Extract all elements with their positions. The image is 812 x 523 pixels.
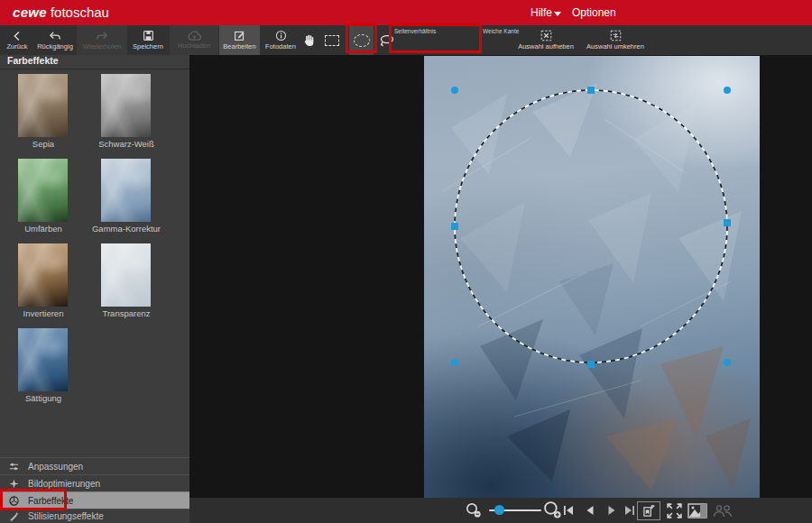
ellipse-selection[interactable] bbox=[424, 56, 760, 498]
selection-handle-bottom-center[interactable] bbox=[587, 361, 595, 368]
back-label: Zurück bbox=[7, 43, 28, 50]
info-icon bbox=[275, 30, 287, 41]
effect-label: Gamma-Korrektur bbox=[83, 224, 170, 234]
selection-handle-top-center[interactable] bbox=[587, 87, 595, 94]
effect-label: Transparenz bbox=[83, 308, 170, 318]
sidebar-farbeffekte-panel: Farbeffekte Sepia Schwarz-Weiß Umfärben … bbox=[0, 55, 189, 523]
toolbar: Zurück Rückgängig Wiederholen Speichern bbox=[0, 25, 812, 55]
compare-view-button[interactable] bbox=[687, 503, 707, 518]
upload-button[interactable]: Hochladen bbox=[170, 25, 218, 55]
fullscreen-button[interactable] bbox=[666, 502, 683, 519]
effect-label: Umfärben bbox=[0, 224, 87, 234]
help-menu[interactable]: Hilfe bbox=[531, 6, 552, 19]
selection-handle-top-right[interactable] bbox=[724, 87, 731, 94]
redo-icon bbox=[96, 31, 108, 41]
slideshow-button[interactable] bbox=[713, 505, 733, 517]
zoom-out-button[interactable] bbox=[466, 502, 482, 518]
effect-thumb-umfaerben[interactable] bbox=[18, 159, 68, 222]
options-menu[interactable]: Optionen bbox=[572, 6, 616, 19]
sliders-icon bbox=[8, 461, 19, 472]
app-window: cewefotoschau Hilfe Optionen Zurück Rück… bbox=[0, 0, 812, 523]
sidebar-item-farbeffekte[interactable]: Farbeffekte bbox=[0, 491, 189, 509]
before-after-icon bbox=[687, 503, 707, 518]
previous-photo-button[interactable] bbox=[585, 505, 595, 516]
edit-button[interactable]: Bearbeiten bbox=[219, 25, 260, 55]
zoom-in-icon bbox=[543, 500, 562, 519]
rect-select-tool-button[interactable] bbox=[321, 25, 343, 55]
photodata-label: Fotodaten bbox=[265, 43, 296, 50]
undo-button[interactable]: Rückgängig bbox=[34, 25, 76, 55]
effect-thumb-gamma-korrektur[interactable] bbox=[101, 159, 151, 222]
effect-label: Sättigung bbox=[0, 393, 87, 403]
hand-icon bbox=[303, 33, 316, 47]
sidebar-item-label: Anpassungen bbox=[28, 462, 83, 472]
last-photo-button[interactable] bbox=[624, 505, 635, 516]
save-icon bbox=[143, 30, 154, 41]
sparkle-icon bbox=[8, 478, 19, 489]
sidebar-item-label: Bildoptimierungen bbox=[28, 479, 100, 489]
invert-selection-label: Auswahl umkehren bbox=[586, 43, 644, 50]
save-button[interactable]: Speichern bbox=[128, 25, 168, 55]
effect-thumb-schwarz-weiss[interactable] bbox=[101, 74, 151, 137]
rect-select-icon bbox=[325, 35, 339, 46]
edit-label: Bearbeiten bbox=[223, 43, 255, 50]
skip-start-icon bbox=[563, 505, 574, 516]
arrow-right-icon bbox=[606, 505, 617, 516]
ellipse-select-icon bbox=[354, 34, 370, 47]
selection-handle-middle-left[interactable] bbox=[451, 223, 458, 230]
lasso-icon bbox=[379, 34, 394, 47]
titlebar: cewefotoschau Hilfe Optionen bbox=[0, 0, 812, 25]
save-label: Speichern bbox=[133, 43, 163, 50]
fit-to-selection-button[interactable] bbox=[637, 501, 660, 520]
photodata-button[interactable]: Fotodaten bbox=[262, 25, 300, 55]
fit-selection-icon bbox=[642, 504, 656, 518]
sidebar-header: Farbeffekte bbox=[0, 55, 189, 69]
effect-thumb-transparenz[interactable] bbox=[101, 243, 151, 307]
sidebar-item-stilisierungseffekte[interactable]: Stilisierungseffekte bbox=[0, 509, 189, 523]
effect-label: Sepia bbox=[0, 139, 87, 149]
next-photo-button[interactable] bbox=[606, 505, 617, 516]
brand-fotoschau: fotoschau bbox=[51, 5, 109, 20]
selection-handle-middle-right[interactable] bbox=[724, 219, 731, 226]
selection-handle-bottom-right[interactable] bbox=[724, 359, 731, 366]
hand-tool-button[interactable] bbox=[300, 25, 319, 55]
effect-label: Invertieren bbox=[0, 308, 87, 318]
app-logo: cewefotoschau bbox=[13, 5, 109, 20]
effect-thumb-saettigung[interactable] bbox=[18, 328, 68, 391]
brand-cewe: cewe bbox=[13, 5, 47, 20]
selection-handle-bottom-left[interactable] bbox=[451, 359, 458, 366]
redo-button[interactable]: Wiederholen bbox=[77, 25, 127, 55]
effect-thumb-sepia[interactable] bbox=[18, 74, 68, 137]
color-wheel-icon bbox=[8, 495, 19, 506]
chevron-down-icon[interactable] bbox=[554, 12, 561, 16]
chevron-left-icon bbox=[12, 31, 23, 41]
selection-handle-top-left[interactable] bbox=[451, 87, 458, 94]
lasso-tool-button[interactable] bbox=[376, 25, 396, 55]
upload-label: Hochladen bbox=[178, 42, 210, 50]
photo-canvas-image[interactable] bbox=[424, 56, 760, 498]
expand-arrows-icon bbox=[666, 502, 683, 519]
sidebar-item-anpassungen[interactable]: Anpassungen bbox=[0, 457, 189, 474]
zoom-in-button[interactable] bbox=[543, 500, 562, 519]
effects-wand-icon bbox=[8, 511, 19, 522]
zoom-slider-thumb[interactable] bbox=[494, 505, 504, 515]
undo-label: Rückgängig bbox=[37, 43, 73, 50]
cloud-upload-icon bbox=[188, 31, 201, 41]
sidebar-item-label: Farbeffekte bbox=[28, 496, 73, 506]
deselect-button[interactable]: Auswahl aufheben bbox=[514, 25, 577, 55]
sidebar-item-bildoptimierungen[interactable]: Bildoptimierungen bbox=[0, 474, 189, 491]
first-photo-button[interactable] bbox=[563, 505, 574, 516]
effect-thumb-invertieren[interactable] bbox=[18, 243, 68, 307]
bottom-toolbar bbox=[189, 498, 812, 523]
zoom-out-icon bbox=[466, 502, 482, 518]
invert-selection-icon bbox=[610, 30, 622, 41]
edit-icon bbox=[234, 30, 245, 41]
back-button[interactable]: Zurück bbox=[2, 25, 32, 55]
deselect-icon bbox=[540, 30, 552, 41]
ellipse-select-tool-button[interactable] bbox=[349, 25, 374, 55]
deselect-label: Auswahl aufheben bbox=[518, 43, 574, 50]
aspect-ratio-label: Seitenverhältnis bbox=[394, 28, 436, 34]
divider bbox=[0, 69, 189, 69]
effect-label: Schwarz-Weiß bbox=[83, 139, 170, 149]
invert-selection-button[interactable]: Auswahl umkehren bbox=[581, 25, 650, 55]
